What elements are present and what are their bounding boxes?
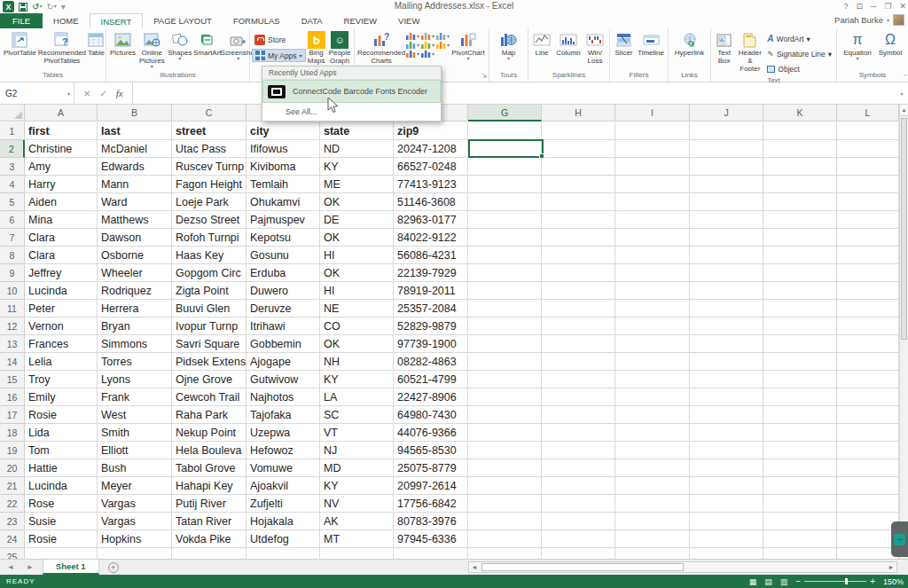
row-header-15[interactable]: 15 <box>0 371 25 388</box>
tab-view[interactable]: VIEW <box>387 13 430 28</box>
formula-bar-expand-icon[interactable]: ▾ <box>896 82 908 104</box>
area-chart-button[interactable]: ▾ <box>421 32 434 40</box>
cell-F20[interactable]: 25075-8779 <box>394 459 468 477</box>
row-header-12[interactable]: 12 <box>0 318 25 335</box>
cell-L8[interactable] <box>837 247 899 264</box>
cell-I16[interactable] <box>615 388 690 406</box>
cell-E13[interactable]: OK <box>320 335 394 353</box>
cell-F6[interactable]: 82963-0177 <box>394 211 468 229</box>
scroll-up-icon[interactable]: ▲ <box>900 105 908 116</box>
cell-J1[interactable] <box>690 122 763 140</box>
cell-A2[interactable]: Christine <box>25 140 98 158</box>
cell-G4[interactable] <box>468 176 542 193</box>
bing-maps-button[interactable]: b Bing Maps <box>306 30 327 66</box>
cell-E16[interactable]: LA <box>320 388 394 406</box>
cell-E24[interactable]: MT <box>320 530 394 548</box>
tab-data[interactable]: DATA <box>291 13 333 28</box>
cell-I6[interactable] <box>615 211 690 229</box>
cell-D19[interactable]: Hefowoz <box>247 442 320 459</box>
cell-B24[interactable]: Hopkins <box>98 530 172 548</box>
smartart-button[interactable]: SmartArt <box>193 30 222 58</box>
row-header-16[interactable]: 16 <box>0 388 25 406</box>
cell-H15[interactable] <box>542 371 615 388</box>
cell-D20[interactable]: Vomuwe <box>247 459 320 477</box>
normal-view-icon[interactable]: ▦ <box>749 577 757 586</box>
cell-L19[interactable] <box>837 442 899 459</box>
cell-H4[interactable] <box>542 176 615 193</box>
scroll-left-icon[interactable]: ◄ <box>469 564 480 570</box>
cell-D8[interactable]: Gosunu <box>247 247 320 264</box>
cell-K8[interactable] <box>763 247 837 264</box>
cell-I18[interactable] <box>615 424 690 442</box>
cell-L3[interactable] <box>837 158 899 176</box>
cell-H24[interactable] <box>542 530 615 548</box>
cell-E11[interactable]: NE <box>320 300 394 318</box>
row-header-11[interactable]: 11 <box>0 300 25 318</box>
row-header-8[interactable]: 8 <box>0 247 25 264</box>
recommended-pivottables-button[interactable]: ? Recommended PivotTables <box>38 30 86 66</box>
cell-L2[interactable] <box>837 140 899 158</box>
cell-A16[interactable]: Emily <box>25 388 98 406</box>
cell-B4[interactable]: Mann <box>98 176 172 193</box>
cell-K6[interactable] <box>763 211 837 229</box>
store-button[interactable]: Store <box>252 33 306 46</box>
cell-J2[interactable] <box>690 140 763 158</box>
cell-H2[interactable] <box>542 140 615 158</box>
cell-J6[interactable] <box>690 211 763 229</box>
cell-J22[interactable] <box>690 495 763 513</box>
sheet-nav-next-icon[interactable]: ► <box>27 563 34 571</box>
cell-G10[interactable] <box>468 282 542 300</box>
cell-D22[interactable]: Zufjelti <box>247 495 320 513</box>
tab-formulas[interactable]: FORMULAS <box>223 13 291 28</box>
cell-I13[interactable] <box>615 335 690 353</box>
cell-H23[interactable] <box>542 513 615 530</box>
ribbon-display-options-button[interactable]: ⊡ <box>856 1 863 12</box>
line-chart-button[interactable]: ▾ <box>421 50 434 58</box>
row-header-23[interactable]: 23 <box>0 513 25 530</box>
cell-J15[interactable] <box>690 371 763 388</box>
formula-input[interactable] <box>133 82 896 104</box>
capture-tool-tab[interactable]: − <box>891 521 908 557</box>
cell-L21[interactable] <box>837 477 899 495</box>
cell-G13[interactable] <box>468 335 542 353</box>
cell-B12[interactable]: Bryan <box>98 318 172 335</box>
cell-L15[interactable] <box>837 371 899 388</box>
cell-G22[interactable] <box>468 495 542 513</box>
cell-K16[interactable] <box>763 388 837 406</box>
cell-H16[interactable] <box>542 388 615 406</box>
cell-B5[interactable]: Ward <box>98 193 172 211</box>
cell-F11[interactable]: 25357-2084 <box>394 300 468 318</box>
cell-A8[interactable]: Clara <box>25 247 98 264</box>
cell-F24[interactable]: 97945-6336 <box>394 530 468 548</box>
cell-D3[interactable]: Kiviboma <box>247 158 320 176</box>
horizontal-scrollbar[interactable]: ◄ ► <box>468 561 897 573</box>
cell-C17[interactable]: Raha Park <box>172 406 247 424</box>
cell-K3[interactable] <box>763 158 837 176</box>
cell-K15[interactable] <box>763 371 837 388</box>
cell-K22[interactable] <box>763 495 837 513</box>
cell-I22[interactable] <box>615 495 690 513</box>
column-chart-button[interactable]: ▾ <box>406 32 419 40</box>
cell-D1[interactable]: city <box>247 122 320 140</box>
sparkline-line-button[interactable]: Line <box>530 30 553 58</box>
cell-G7[interactable] <box>468 229 542 247</box>
cell-F17[interactable]: 64980-7430 <box>394 406 468 424</box>
cell-B23[interactable]: Vargas <box>98 513 172 530</box>
cell-D5[interactable]: Ohukamvi <box>247 193 320 211</box>
cell-B11[interactable]: Herrera <box>98 300 172 318</box>
cell-E10[interactable]: HI <box>320 282 394 300</box>
cell-A25[interactable] <box>25 548 98 559</box>
cell-B14[interactable]: Torres <box>98 353 172 371</box>
cell-J16[interactable] <box>690 388 763 406</box>
name-box[interactable]: G2 ▾ <box>0 82 74 104</box>
cell-C10[interactable]: Zigta Point <box>172 282 247 300</box>
equation-button[interactable]: π Equation ▾ <box>840 30 875 62</box>
cell-L25[interactable] <box>837 548 899 559</box>
cell-H9[interactable] <box>542 264 615 282</box>
cell-G8[interactable] <box>468 247 542 264</box>
cell-J13[interactable] <box>690 335 763 353</box>
cell-K4[interactable] <box>763 176 837 193</box>
cell-B3[interactable]: Edwards <box>98 158 172 176</box>
cell-L7[interactable] <box>837 229 899 247</box>
cell-F7[interactable]: 84022-9122 <box>394 229 468 247</box>
